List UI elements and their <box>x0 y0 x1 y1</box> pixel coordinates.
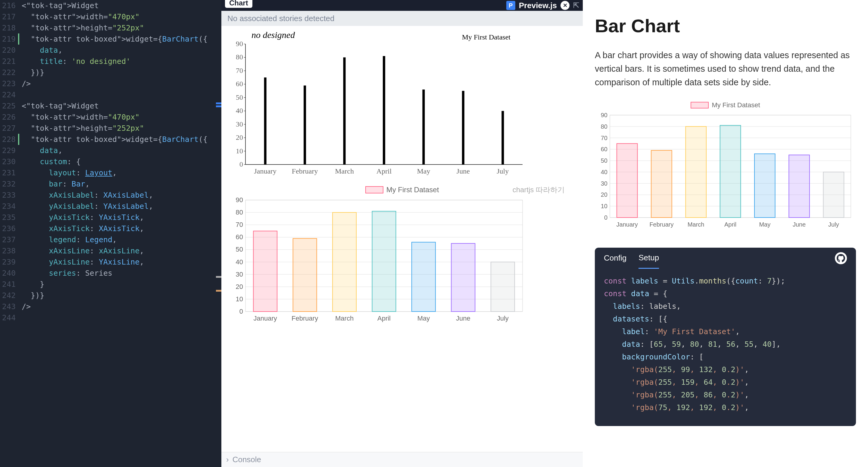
line-gutter: 2162172182192202212222232242252262272282… <box>0 0 18 323</box>
chart-2-legend: My First Dataset chartjs 따라하기 <box>227 185 577 194</box>
code-area[interactable]: <"tok-tag">Widget "tok-attr">width="470p… <box>0 0 221 323</box>
svg-text:70: 70 <box>236 221 243 228</box>
svg-rect-106 <box>824 172 844 217</box>
svg-text:70: 70 <box>236 66 243 75</box>
docs-title: Bar Chart <box>595 15 856 36</box>
chart-2-wrapper: My First Dataset chartjs 따라하기 0102030405… <box>227 185 577 327</box>
svg-text:30: 30 <box>601 180 608 186</box>
preview-header: Chart P Preview.js ✕ ⇱ <box>221 0 583 11</box>
svg-text:20: 20 <box>236 283 243 290</box>
svg-text:June: June <box>457 167 470 175</box>
svg-rect-102 <box>754 154 775 217</box>
svg-text:April: April <box>377 315 391 322</box>
svg-text:March: March <box>688 221 705 228</box>
svg-text:90: 90 <box>236 40 243 48</box>
code-body[interactable]: const labels = Utils.months({count: 7});… <box>595 269 856 426</box>
svg-text:80: 80 <box>236 208 243 216</box>
svg-rect-26 <box>304 86 306 165</box>
code-tabs: Config Setup <box>595 247 856 269</box>
tab-config[interactable]: Config <box>604 247 626 269</box>
svg-text:May: May <box>759 221 770 228</box>
svg-text:0: 0 <box>604 214 608 221</box>
svg-rect-65 <box>372 211 396 312</box>
svg-text:60: 60 <box>236 233 243 241</box>
svg-text:January: January <box>254 167 277 175</box>
preview-tab[interactable]: Chart <box>225 0 252 8</box>
svg-rect-96 <box>651 150 672 217</box>
svg-text:June: June <box>793 221 806 228</box>
previewjs-icon: P <box>506 1 515 10</box>
svg-rect-100 <box>720 125 741 217</box>
svg-text:50: 50 <box>601 157 608 164</box>
minimap-hints <box>216 103 221 293</box>
svg-text:0: 0 <box>240 308 243 315</box>
svg-text:10: 10 <box>601 203 608 209</box>
svg-text:July: July <box>828 221 839 228</box>
svg-text:50: 50 <box>236 245 243 253</box>
no-stories-message: No associated stories detected <box>221 11 583 26</box>
svg-rect-98 <box>685 126 706 217</box>
console-label: Console <box>232 455 261 464</box>
code-panel: Config Setup const labels = Utils.months… <box>595 247 856 426</box>
console-bar[interactable]: › Console <box>221 452 583 467</box>
svg-text:60: 60 <box>236 80 243 88</box>
svg-text:no designed: no designed <box>251 32 295 40</box>
svg-text:80: 80 <box>236 53 243 61</box>
previewjs-brand: Preview.js <box>519 1 557 10</box>
svg-text:40: 40 <box>236 107 243 115</box>
svg-rect-94 <box>617 143 638 217</box>
svg-text:50: 50 <box>236 93 243 101</box>
preview-pane: Chart P Preview.js ✕ ⇱ No associated sto… <box>221 0 583 467</box>
external-icon[interactable]: ⇱ <box>573 1 579 10</box>
code-editor-pane[interactable]: 2162172182192202212222232242252262272282… <box>0 0 221 467</box>
chevron-right-icon: › <box>226 455 229 464</box>
tab-setup[interactable]: Setup <box>639 247 659 269</box>
svg-rect-32 <box>422 89 425 165</box>
docs-chart-svg: 0102030405060708090JanuaryFebruaryMarchA… <box>595 112 857 233</box>
svg-rect-63 <box>333 212 356 312</box>
docs-legend: My First Dataset <box>595 101 856 109</box>
svg-rect-59 <box>253 231 277 312</box>
svg-text:January: January <box>617 221 638 228</box>
svg-text:80: 80 <box>601 123 608 130</box>
svg-rect-24 <box>264 78 267 165</box>
chart-2-right-label: chartjs 따라하기 <box>513 185 565 195</box>
svg-text:60: 60 <box>601 146 608 152</box>
svg-text:January: January <box>254 315 277 322</box>
svg-text:40: 40 <box>601 169 608 175</box>
svg-text:February: February <box>291 315 318 322</box>
close-icon[interactable]: ✕ <box>560 1 569 10</box>
svg-text:February: February <box>292 167 318 175</box>
svg-rect-30 <box>383 56 385 165</box>
svg-text:40: 40 <box>236 258 243 266</box>
legend-swatch <box>365 186 383 194</box>
svg-text:July: July <box>497 315 509 322</box>
docs-legend-label: My First Dataset <box>712 101 760 109</box>
svg-rect-71 <box>491 262 515 312</box>
svg-rect-36 <box>501 111 504 165</box>
chart-1-wrapper: no designedMy First Dataset0102030405060… <box>227 32 577 180</box>
chart-2-legend-label: My First Dataset <box>386 185 439 194</box>
svg-text:May: May <box>417 315 430 322</box>
svg-rect-104 <box>789 155 810 217</box>
docs-pane[interactable]: Bar Chart A bar chart provides a way of … <box>583 0 868 467</box>
svg-text:90: 90 <box>601 112 608 118</box>
preview-header-right: P Preview.js ✕ ⇱ <box>506 1 579 10</box>
svg-rect-34 <box>462 91 464 165</box>
svg-text:20: 20 <box>236 134 243 141</box>
svg-text:March: March <box>335 315 353 322</box>
svg-text:10: 10 <box>236 295 243 303</box>
svg-text:30: 30 <box>236 120 243 128</box>
svg-text:April: April <box>724 221 736 228</box>
svg-text:70: 70 <box>601 135 608 141</box>
svg-rect-69 <box>451 243 475 312</box>
github-icon[interactable] <box>835 252 847 264</box>
svg-rect-61 <box>293 238 317 312</box>
svg-text:May: May <box>417 167 430 175</box>
chart-1-svg: no designedMy First Dataset0102030405060… <box>227 32 529 180</box>
svg-text:My First Dataset: My First Dataset <box>462 33 511 41</box>
svg-rect-28 <box>343 57 346 165</box>
svg-text:March: March <box>335 167 354 175</box>
docs-chart-area: My First Dataset 0102030405060708090Janu… <box>595 101 856 233</box>
svg-text:February: February <box>649 221 674 228</box>
